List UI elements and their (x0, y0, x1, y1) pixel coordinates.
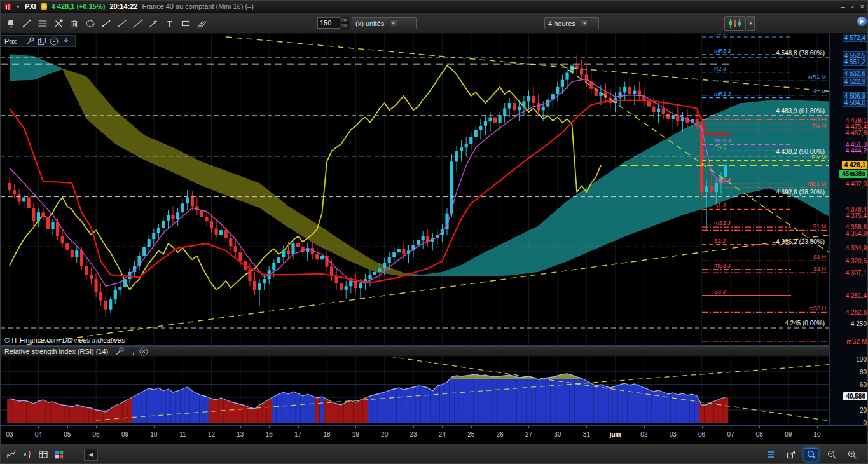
trend-line-icon[interactable] (19, 17, 34, 30)
svg-text:mS3 H: mS3 H (808, 305, 826, 311)
candlestick-style-icon[interactable] (20, 448, 34, 461)
price-tick-label: 4 532,6 (843, 69, 867, 78)
side-panel-toggle[interactable]: ▶ (857, 17, 867, 26)
chart-style-caret[interactable]: ▼ (747, 16, 755, 31)
close-button[interactable]: × (860, 3, 864, 10)
maximize-button[interactable]: ▫ (851, 3, 854, 10)
units-up-button[interactable]: ▲ (341, 17, 349, 23)
layout-icon[interactable] (52, 448, 66, 461)
svg-text:mS1 M: mS1 M (808, 181, 826, 187)
candle-countdown-badge: 45m38s (839, 170, 868, 178)
time-label: 07 (727, 431, 734, 438)
time-label: 10 (150, 431, 157, 438)
chevron-down-icon: ▼ (389, 19, 397, 27)
svg-text:4 392,6 (38,20%): 4 392,6 (38,20%) (776, 189, 825, 196)
price-chart-canvas[interactable]: R3 JmR3 JR2 JmR1 MR1 MmR2 JR1 HPiv HmR1 … (1, 34, 829, 346)
chart-settings-icon[interactable] (4, 448, 18, 461)
list-blue-icon[interactable] (763, 448, 778, 461)
time-tick (789, 426, 789, 428)
svg-text:4 438,2 (50,00%): 4 438,2 (50,00%) (776, 148, 825, 155)
arrow-line-icon[interactable] (146, 17, 161, 30)
segment-icon[interactable] (99, 17, 113, 30)
svg-text:mS1 J: mS1 J (714, 177, 731, 183)
time-label: 30 (554, 431, 561, 438)
price-pane-header: Prix (1, 35, 76, 47)
instrument-menu-caret-icon[interactable]: ▼ (16, 4, 20, 9)
time-axis[interactable]: 0304050609101112131617181920232425262730… (1, 425, 868, 444)
extended-line-icon[interactable] (130, 17, 145, 30)
time-tick (96, 426, 97, 428)
svg-text:R2 J: R2 J (714, 65, 726, 72)
text-icon[interactable]: T (162, 17, 177, 30)
tools-icon[interactable] (51, 17, 65, 30)
time-tick (269, 426, 270, 428)
rsi-pane-header: Relative strength index (RSI) (14) (1, 346, 829, 357)
download-icon[interactable] (61, 36, 72, 46)
close-icon[interactable] (49, 36, 60, 46)
time-label: 05 (64, 431, 71, 438)
time-label: juin (610, 431, 621, 438)
time-tick (183, 426, 183, 428)
titlebar: ▼ PXI 4 428,1 (+0,15%) 20:14:22 France 4… (1, 1, 867, 12)
rsi-chart-canvas[interactable] (1, 357, 829, 425)
svg-text:mR3 J: mR3 J (714, 48, 731, 54)
time-label: 23 (410, 431, 417, 438)
time-tick (731, 426, 731, 428)
svg-text:T: T (167, 19, 172, 28)
chart-area: R3 JmR3 JR2 JmR1 MR1 MmR2 JR1 HPiv HmR1 … (1, 34, 867, 444)
rectangle-icon[interactable] (178, 17, 193, 30)
data-table-icon[interactable] (36, 448, 50, 461)
rsi-tick-label: 60 (860, 381, 867, 388)
candlestick-style-icon (728, 18, 742, 29)
zoom-in-icon[interactable] (844, 448, 859, 461)
price-tick-label: 4 407,0 (846, 181, 867, 188)
price-tick-label: 4 444,2 (846, 147, 867, 154)
time-tick (644, 426, 645, 428)
timeframe-select[interactable]: 4 heures ▼ (544, 17, 599, 29)
zoom-out-icon[interactable] (824, 448, 839, 461)
fibonacci-retracement-icon[interactable] (35, 17, 50, 30)
trash-icon[interactable] (67, 17, 81, 30)
wrench-icon[interactable] (25, 36, 36, 46)
bottom-left-tools (4, 448, 66, 461)
units-type-value: (x) unités (355, 20, 384, 27)
zoom-active-icon[interactable] (804, 448, 818, 461)
time-label: 04 (35, 431, 42, 438)
ray-icon[interactable] (114, 17, 129, 30)
clock-label: 20:14:22 (109, 3, 137, 10)
units-input[interactable] (317, 17, 340, 29)
svg-text:mR1 M: mR1 M (808, 74, 826, 80)
minimize-button[interactable]: – (841, 3, 845, 10)
time-tick (616, 426, 616, 428)
chart-style-button[interactable] (724, 16, 746, 31)
close-icon[interactable] (138, 347, 149, 357)
pitchfork-icon[interactable] (194, 17, 209, 30)
time-label: 12 (208, 431, 215, 438)
svg-text:R1 H: R1 H (813, 116, 826, 123)
price-tick-label: 4 522,9 (843, 78, 867, 86)
scroll-left-button[interactable]: ◀ (84, 449, 98, 461)
time-tick (355, 426, 356, 428)
units-type-select[interactable]: (x) unités ▼ (352, 17, 417, 29)
price-tick-label: 4 354,9 (846, 230, 867, 237)
lasso-icon[interactable] (83, 17, 97, 30)
quote-label: 4 428,1 (+0,15%) (52, 3, 106, 10)
time-tick (212, 426, 212, 428)
detach-icon[interactable] (126, 347, 137, 357)
price-axis[interactable]: 4 572,44 552,54 551,24 532,64 522,94 506… (829, 34, 868, 425)
time-tick (817, 426, 818, 428)
time-tick (154, 426, 155, 428)
share-icon[interactable] (783, 448, 798, 461)
detach-icon[interactable] (37, 36, 48, 46)
time-label: 17 (294, 431, 301, 438)
units-down-button[interactable]: ▼ (341, 23, 349, 29)
time-label: 19 (352, 431, 359, 438)
time-label: 10 (814, 431, 821, 438)
instrument-icon[interactable] (4, 3, 11, 10)
wrench-icon[interactable] (114, 347, 125, 357)
alarm-bell-icon[interactable] (3, 17, 18, 30)
price-tick-label: 4 262,6 (846, 309, 867, 316)
time-tick (385, 426, 385, 428)
price-tick-label: mS2 M (846, 338, 867, 345)
svg-text:mS3 J: mS3 J (714, 263, 731, 269)
